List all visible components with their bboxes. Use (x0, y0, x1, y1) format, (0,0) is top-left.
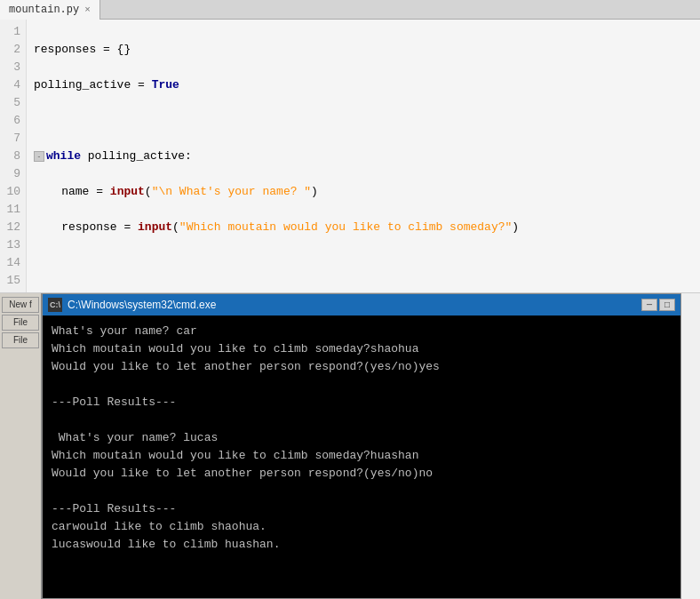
tab-filename: mountain.py (9, 4, 79, 16)
active-tab[interactable]: mountain.py × (0, 0, 100, 20)
panel-item-new[interactable]: New f (2, 297, 39, 313)
cmd-output: What's your name? car Which moutain woul… (43, 315, 680, 598)
code-content: 1 2 3 4 5 6 7 8 9 10 11 12 13 14 15 16 r… (0, 20, 700, 293)
code-line-4: -while polling_active: (34, 148, 693, 165)
cmd-restore-button[interactable]: □ (659, 299, 675, 311)
tab-bar: mountain.py × (0, 0, 700, 20)
code-line-7 (34, 254, 693, 272)
panel-item-file1[interactable]: File (2, 315, 39, 331)
cmd-window: C:\ C:\Windows\system32\cmd.exe ─ □ What… (42, 293, 681, 599)
code-line-2: polling_active = True (34, 76, 693, 94)
cmd-titlebar: C:\ C:\Windows\system32\cmd.exe ─ □ (43, 294, 680, 315)
left-panel: New f File File (0, 293, 42, 599)
tab-close-icon[interactable]: × (84, 4, 91, 15)
code-line-6: response = input("Which moutain would yo… (34, 219, 693, 236)
editor-area: mountain.py × 1 2 3 4 5 6 7 8 9 10 11 12… (0, 0, 700, 293)
cmd-minimize-button[interactable]: ─ (641, 299, 657, 311)
line-numbers: 1 2 3 4 5 6 7 8 9 10 11 12 13 14 15 16 (0, 20, 27, 293)
cmd-title-left: C:\ C:\Windows\system32\cmd.exe (48, 298, 216, 312)
code-editor[interactable]: responses = {} polling_active = True -wh… (27, 20, 700, 293)
code-line-1: responses = {} (34, 41, 693, 59)
collapse-icon-4[interactable]: - (34, 151, 44, 162)
code-line-5: name = input("\n What's your name? ") (34, 183, 693, 201)
cmd-title-text: C:\Windows\system32\cmd.exe (68, 299, 216, 311)
code-line-3 (34, 112, 693, 130)
panel-item-file2[interactable]: File (2, 332, 39, 348)
cmd-icon: C:\ (48, 298, 62, 312)
cmd-controls: ─ □ (641, 299, 675, 311)
